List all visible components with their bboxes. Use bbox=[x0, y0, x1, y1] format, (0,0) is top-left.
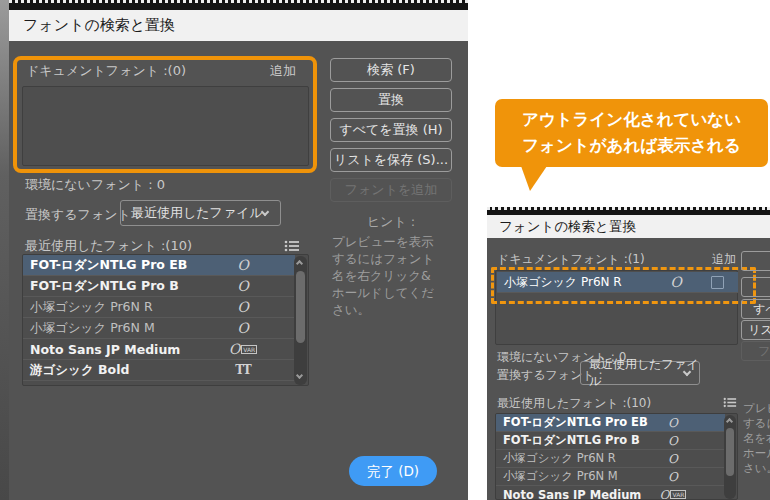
hint-text: プレビューを表示 するにはフォント 名を右クリック& ホールドしてくだ さい。 bbox=[332, 233, 434, 318]
opentype-icon: O bbox=[658, 468, 688, 485]
opentype-icon: O bbox=[658, 450, 688, 467]
font-name: FOT-ロダンNTLG Pro EB bbox=[503, 414, 648, 431]
font-name: FOT-ロダンNTLG Pro B bbox=[30, 276, 179, 296]
scrollbar-thumb[interactable] bbox=[726, 428, 734, 476]
dialog-titlebar[interactable]: フォントの検索と置換 bbox=[487, 215, 770, 238]
opentype-icon: O bbox=[658, 432, 688, 449]
missing-fonts-label: 環境にないフォント : 0 bbox=[25, 176, 165, 194]
font-list-item[interactable]: 小塚ゴシック Pr6N M O bbox=[496, 468, 725, 486]
font-list-item[interactable]: 小塚ゴシック Pr6N R O bbox=[23, 297, 295, 318]
font-name: 小塚ゴシック Pr6N M bbox=[30, 318, 155, 338]
window-shadow-edge bbox=[0, 0, 9, 500]
find-replace-font-dialog: フォントの検索と置換 ドキュメントフォント :(0) 追加 環境にないフォント … bbox=[9, 0, 468, 500]
recent-fonts-listbox: FOT-ロダンNTLG Pro EB O FOT-ロダンNTLG Pro B O… bbox=[22, 254, 309, 386]
annotation-dashed-highlight bbox=[491, 267, 756, 304]
font-name: 小塚ゴシック Pr6N R bbox=[30, 297, 153, 317]
recent-fonts-listbox: FOT-ロダンNTLG Pro EB O FOT-ロダンNTLG Pro B O… bbox=[495, 413, 738, 500]
scroll-up-icon[interactable] bbox=[296, 260, 303, 267]
change-all-button[interactable]: すべてを置換 (H) bbox=[330, 118, 452, 142]
font-name: 小塚ゴシック Pr6N M bbox=[503, 468, 618, 485]
opentype-icon: O bbox=[226, 255, 260, 275]
dropdown-value: 最近使用したファイル bbox=[589, 362, 699, 384]
font-list-item[interactable]: FOT-ロダンNTLG Pro B O bbox=[496, 432, 725, 450]
dialog-titlebar[interactable]: フォントの検索と置換 bbox=[9, 10, 468, 41]
scroll-down-icon[interactable] bbox=[296, 372, 303, 379]
dialog-title: フォントの検索と置換 bbox=[487, 215, 770, 238]
font-name: Noto Sans JP Medium bbox=[30, 339, 180, 359]
scrollbar[interactable] bbox=[294, 256, 307, 385]
find-button[interactable]: 検索 (F) bbox=[330, 58, 452, 82]
find-replace-font-dialog: ドキュメントフォント :(1) 追加 小塚ゴシック Pr6N R O 環境にない… bbox=[487, 238, 770, 500]
font-name: FOT-ロダンNTLG Pro EB bbox=[30, 255, 187, 275]
document-fonts-list[interactable] bbox=[22, 86, 309, 166]
list-view-icon[interactable] bbox=[723, 397, 737, 408]
font-list-item[interactable]: Noto Sans JP Medium OVAR bbox=[496, 486, 725, 500]
variable-opentype-icon: OVAR bbox=[658, 486, 688, 500]
add-link[interactable]: 追加 bbox=[690, 251, 736, 268]
truetype-icon: TT bbox=[226, 360, 260, 380]
find-button[interactable]: 検索 (F) bbox=[741, 251, 770, 271]
callout-tail bbox=[521, 166, 547, 191]
replace-source-dropdown[interactable]: 最近使用したファイル bbox=[120, 200, 281, 226]
opentype-icon: O bbox=[226, 381, 260, 386]
font-list-item[interactable]: Noto Sans JP Medium OVAR bbox=[23, 339, 295, 360]
change-button[interactable]: 置換 bbox=[330, 88, 452, 112]
window-top-edge bbox=[487, 207, 770, 215]
font-list-item[interactable]: 小塚ゴシック Pr6N M O bbox=[23, 318, 295, 339]
opentype-icon: O bbox=[226, 318, 260, 338]
font-list-item[interactable]: FOT-ロダンNTLG Pro EB O bbox=[496, 414, 725, 432]
variable-opentype-icon: OVAR bbox=[226, 339, 260, 359]
document-fonts-label: ドキュメントフォント :(1) bbox=[497, 251, 645, 268]
add-link[interactable]: 追加 bbox=[250, 62, 296, 80]
done-button[interactable]: 完了 (D) bbox=[349, 456, 437, 486]
scrollbar-thumb[interactable] bbox=[296, 271, 305, 343]
replace-source-dropdown[interactable]: 最近使用したファイル bbox=[580, 361, 700, 385]
list-view-icon[interactable] bbox=[284, 240, 300, 252]
save-list-button[interactable]: リストを保存 (S)... bbox=[741, 320, 770, 340]
font-name: 游ゴシック Bold bbox=[30, 360, 129, 380]
font-name: FOT-ロダンNTLG Pro B bbox=[503, 432, 640, 449]
screenshot-canvas: フォントの検索と置換 ドキュメントフォント :(0) 追加 環境にないフォント … bbox=[0, 0, 770, 500]
document-fonts-label: ドキュメントフォント :(0) bbox=[26, 62, 186, 80]
opentype-icon: O bbox=[226, 276, 260, 296]
recent-fonts-label: 最近使用したフォント :(10) bbox=[497, 395, 651, 412]
annotation-callout: アウトライン化されていない フォントがあれば表示される bbox=[495, 99, 768, 167]
save-list-button[interactable]: リストを保存 (S)... bbox=[330, 148, 452, 172]
dialog-title: フォントの検索と置換 bbox=[9, 10, 468, 41]
window-top-edge bbox=[9, 0, 468, 10]
scrollbar[interactable] bbox=[724, 415, 736, 499]
font-list-item[interactable]: 游ゴシック Bold TT bbox=[23, 360, 295, 381]
change-all-button[interactable]: すべてを置換 (H) bbox=[741, 299, 770, 319]
font-list-item[interactable]: FOT-ロダンNTLG Pro EB O bbox=[23, 255, 295, 276]
change-button[interactable]: 置換 bbox=[741, 277, 770, 297]
hint-title: ヒント : bbox=[330, 213, 452, 231]
font-list-item[interactable]: FOT-ロダンNTLG Pro B O bbox=[23, 276, 295, 297]
recent-fonts-label: 最近使用したフォント :(10) bbox=[25, 237, 192, 255]
add-fonts-button: フォントを追加 bbox=[741, 341, 770, 361]
add-fonts-button: フォントを追加 bbox=[330, 178, 452, 202]
opentype-icon: O bbox=[226, 297, 260, 317]
font-list-item[interactable]: 小塚ゴシック Pr6N R O bbox=[496, 450, 725, 468]
hint-text: プレビューを表示 するにはフォント 名を右クリック& ホールドしてくだ さい。 bbox=[743, 401, 770, 476]
font-list-item[interactable]: Noto Sans JP Bold O bbox=[23, 381, 295, 386]
font-name: Noto Sans JP Bold bbox=[30, 381, 156, 386]
font-name: Noto Sans JP Medium bbox=[503, 486, 641, 500]
font-name: 小塚ゴシック Pr6N R bbox=[503, 450, 616, 467]
dropdown-value: 最近使用したファイル bbox=[131, 201, 263, 225]
scroll-up-icon[interactable] bbox=[726, 418, 733, 425]
hint-title: ヒント : bbox=[741, 382, 770, 399]
opentype-icon: O bbox=[658, 414, 688, 431]
